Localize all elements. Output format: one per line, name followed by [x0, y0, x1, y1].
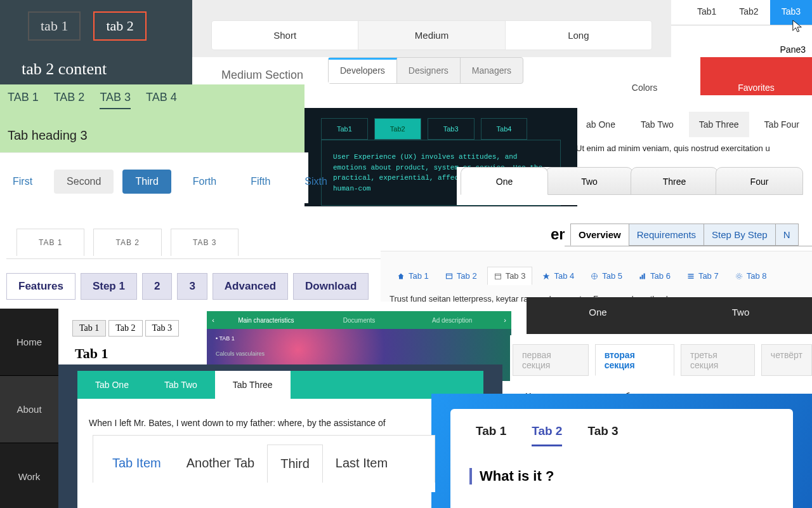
tab-designers[interactable]: Designers [397, 58, 461, 83]
nav-home[interactable]: Home [0, 309, 58, 376]
tab-forth[interactable]: Forth [180, 170, 229, 194]
tab-last[interactable]: Last Item [323, 444, 400, 483]
tab-3[interactable]: TAB 3 [100, 91, 131, 109]
tab-three[interactable]: Tab Three [215, 371, 291, 399]
tab-long[interactable]: Long [506, 21, 652, 50]
tab-two[interactable]: Tab Two [147, 371, 215, 399]
tab-2[interactable]: 2 [142, 273, 172, 300]
tab-favorites[interactable]: Favorites [700, 57, 812, 95]
panel-outlined-tabs: TAB 1 TAB 2 TAB 3 [6, 218, 381, 259]
svg-rect-6 [642, 274, 643, 279]
tab-section-2[interactable]: вторая секция [595, 344, 674, 376]
tab-2[interactable]: Tab 2 [439, 267, 483, 285]
tab-advanced[interactable]: Advanced [213, 273, 288, 300]
tab-short[interactable]: Short [212, 21, 358, 50]
tab-item[interactable]: Tab Item [100, 444, 174, 483]
tab-1[interactable]: Tab 1 [72, 320, 106, 337]
tab-2[interactable]: Tab 2 [108, 320, 142, 337]
tab-heading: Tab heading 3 [8, 128, 304, 143]
tab-step1[interactable]: Step 1 [81, 273, 137, 300]
tab-second[interactable]: Second [54, 170, 114, 194]
tab-6[interactable]: Tab 6 [632, 267, 677, 285]
star-icon [542, 272, 550, 280]
tab-3[interactable]: 3 [177, 273, 207, 300]
tab-section-3[interactable]: третья секция [681, 344, 755, 376]
tab-documents[interactable]: Documents [313, 317, 406, 324]
tab-7[interactable]: Tab 7 [681, 267, 725, 285]
tab-one[interactable]: ab One [576, 112, 625, 137]
tab-managers[interactable]: Managers [461, 58, 523, 83]
tab-medium[interactable]: Medium [358, 21, 505, 50]
tab-3[interactable]: Tab 3 [587, 424, 618, 446]
tab-2[interactable]: Tab2 [374, 118, 421, 140]
tab-tab2[interactable]: Tab2 [728, 0, 769, 25]
tab-one[interactable]: Tab One [77, 371, 147, 399]
tab-three[interactable]: Tab Three [689, 112, 749, 137]
tab-download[interactable]: Download [293, 273, 369, 300]
svg-point-8 [737, 274, 740, 277]
tab-two[interactable]: Tab Two [631, 112, 684, 137]
tab-2[interactable]: Tab 2 [532, 424, 562, 446]
tab-one[interactable]: One [527, 297, 669, 334]
heading: What is it ? [469, 468, 793, 485]
tab-1[interactable]: Tab 1 [391, 267, 435, 285]
tab-1[interactable]: TAB 1 [16, 229, 84, 256]
tab-content: tab 2 content [22, 60, 183, 79]
tab-5[interactable]: Tab 5 [584, 267, 629, 285]
panel-boxed-tabs: tab 1 tab 2 tab 2 content [0, 0, 192, 84]
tab-features[interactable]: Features [6, 273, 75, 300]
tab-1[interactable]: tab 1 [28, 11, 81, 41]
tab-3[interactable]: Tab3 [428, 118, 475, 140]
tab-2[interactable]: TAB 2 [93, 229, 161, 256]
tab-colors[interactable]: Colors [589, 57, 700, 95]
chevron-left-icon[interactable]: ‹ [207, 316, 219, 324]
chevron-right-icon[interactable]: › [499, 316, 511, 324]
tab-overview[interactable]: Overview [570, 224, 629, 246]
tab-section-1[interactable]: первая секция [513, 344, 589, 376]
tab-two[interactable]: Two [546, 167, 633, 195]
tab-3[interactable]: Tab 3 [145, 320, 179, 337]
tab-8[interactable]: Tab 8 [729, 267, 773, 285]
tab-body: When I left Mr. Bates, I went down to my… [77, 399, 483, 434]
tab-1[interactable]: Tab 1 [476, 424, 506, 446]
tab-developers[interactable]: Developers [329, 58, 397, 83]
tab-first[interactable]: First [0, 170, 45, 194]
tab-3[interactable]: Tab 3 [487, 267, 533, 285]
tab-three[interactable]: Three [631, 167, 718, 195]
tab-ad[interactable]: Ad description [405, 317, 499, 324]
tab-another[interactable]: Another Tab [174, 444, 268, 483]
tab-four[interactable]: Four [716, 167, 803, 195]
tab-fifth[interactable]: Fifth [238, 170, 283, 194]
tab-requirements[interactable]: Requirements [629, 224, 704, 246]
tab-4[interactable]: Tab4 [481, 118, 528, 140]
tab-tab1[interactable]: Tab1 [686, 0, 728, 25]
tab-section-4[interactable]: четвёрт [761, 344, 812, 376]
tab-two[interactable]: Two [669, 297, 812, 334]
tab-main[interactable]: Main characteristics [219, 317, 313, 324]
tab-one[interactable]: One [461, 167, 548, 195]
nav-work[interactable]: Work [0, 443, 58, 508]
pane-label: Pane3 [780, 44, 806, 55]
tab-four[interactable]: Tab Four [754, 112, 809, 137]
tab-body: Ut enim ad minim veniam, quis nostrud ex… [576, 137, 812, 153]
tab-4[interactable]: TAB 4 [146, 91, 177, 109]
tab-step-by-step[interactable]: Step By Step [704, 224, 776, 246]
tab-2[interactable]: tab 2 [93, 11, 146, 41]
tab-1[interactable]: TAB 1 [8, 91, 39, 109]
panel-serif-tabs: Tab 1 Tab 2 Tab 3 Tab 1 [63, 311, 203, 364]
panel-dark-one-two: One Two [527, 297, 812, 334]
tab-4[interactable]: Tab 4 [536, 267, 580, 285]
tab-third[interactable]: Third [122, 170, 171, 194]
tab-third[interactable]: Third [267, 444, 323, 483]
svg-point-9 [736, 273, 742, 279]
gear-icon [735, 272, 743, 280]
tab-1[interactable]: Tab1 [321, 118, 368, 140]
tab-sixth[interactable]: Sixth [292, 170, 340, 194]
tab-2[interactable]: TAB 2 [54, 91, 85, 109]
cursor-icon [792, 19, 803, 33]
tab-tab3[interactable]: Tab3 [770, 0, 812, 25]
nav-about[interactable]: About [0, 376, 58, 443]
section-label: • TAB 1 [216, 335, 502, 342]
tab-3[interactable]: TAB 3 [171, 229, 239, 256]
tab-n[interactable]: N [775, 224, 799, 246]
